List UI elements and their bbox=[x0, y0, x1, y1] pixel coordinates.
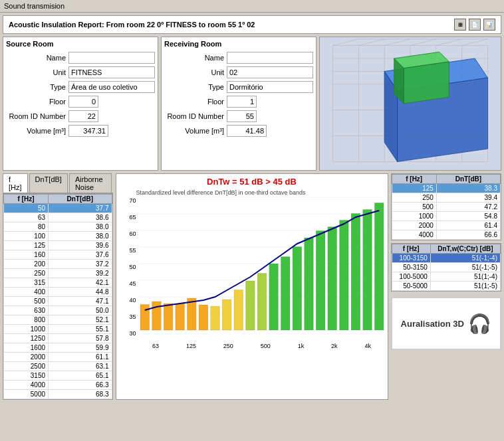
chart-title: DnTw = 51 dB > 45 dB bbox=[116, 174, 388, 189]
freq-cell: 1000 bbox=[4, 325, 49, 334]
recv-unit-input[interactable] bbox=[227, 66, 313, 78]
right-table2-row: 50-500051(1;-5) bbox=[392, 282, 501, 291]
right-table1-row: 12538.3 bbox=[392, 184, 501, 193]
auralisation-label: Auralisation 3D bbox=[401, 319, 464, 329]
dnt-cell: 38.3 bbox=[436, 184, 500, 193]
right-table1-row: 200061.4 bbox=[392, 221, 501, 230]
right-table1-row: 25039.4 bbox=[392, 193, 501, 203]
freq-cell: 1250 bbox=[4, 334, 49, 343]
recv-name-input[interactable] bbox=[227, 52, 313, 64]
dnt-cell: 44.8 bbox=[49, 288, 112, 297]
source-roomid-input[interactable] bbox=[68, 110, 98, 122]
recv-type-input[interactable] bbox=[227, 81, 313, 93]
freq-cell: 250 bbox=[4, 269, 49, 278]
dnt-cell: 50.0 bbox=[49, 306, 112, 315]
dnt-cell: 39.2 bbox=[49, 269, 112, 278]
freq-cell: 500 bbox=[4, 297, 49, 306]
tab-airborne[interactable]: Airborne Noise bbox=[69, 173, 112, 193]
source-floor-input[interactable] bbox=[68, 96, 98, 108]
svg-marker-24 bbox=[404, 62, 449, 104]
dnt-cell: 39.6 bbox=[49, 241, 112, 250]
svg-line-18 bbox=[436, 39, 462, 46]
left-table-row: 500068.3 bbox=[4, 390, 112, 399]
icon-btn-2[interactable]: 📄 bbox=[469, 19, 481, 31]
dnt-cell: 51(1;-4) bbox=[430, 272, 500, 282]
left-table-row: 50047.1 bbox=[4, 297, 112, 306]
left-table-row: 400066.3 bbox=[4, 381, 112, 390]
freq-cell: 2000 bbox=[392, 221, 436, 230]
dnt-cell: 66.6 bbox=[436, 230, 500, 240]
freq-cell: 50 bbox=[4, 204, 49, 213]
source-volume-label: Volume [m³] bbox=[6, 127, 66, 135]
right-section: f [Hz] DnT[dB] 12538.325039.450047.21000… bbox=[391, 173, 502, 400]
dnt-cell: 39.4 bbox=[436, 193, 500, 203]
chart-canvas bbox=[139, 197, 385, 340]
left-table-row: 5037.7 bbox=[4, 204, 112, 213]
recv-unit-label: Unit bbox=[164, 68, 224, 76]
freq-cell: 400 bbox=[4, 288, 49, 297]
freq-cell: 1000 bbox=[392, 212, 436, 221]
left-table-row: 200061.1 bbox=[4, 353, 112, 362]
chart-area: DnTw = 51 dB > 45 dB Standardized level … bbox=[116, 173, 388, 400]
left-table-row: 16037.6 bbox=[4, 250, 112, 260]
receiving-room-title: Receiving Room bbox=[164, 40, 313, 48]
freq-cell: 2000 bbox=[4, 353, 49, 362]
source-unit-input[interactable] bbox=[68, 66, 155, 78]
report-header: Acoustic Insulation Report: From room 22… bbox=[3, 15, 501, 34]
freq-cell: 200 bbox=[4, 260, 49, 269]
recv-volume-label: Volume [m³] bbox=[164, 127, 224, 135]
dnt-cell: 68.3 bbox=[49, 390, 112, 399]
rt2-header-freq: f [Hz] bbox=[392, 244, 430, 254]
source-volume-input[interactable] bbox=[68, 125, 108, 137]
freq-cell: 250 bbox=[392, 193, 436, 203]
recv-floor-input[interactable] bbox=[227, 96, 257, 108]
left-table-row: 12539.6 bbox=[4, 241, 112, 250]
tab-dnt[interactable]: DnT[dB] bbox=[29, 173, 68, 193]
source-type-input[interactable] bbox=[68, 81, 155, 93]
recv-floor-label: Floor bbox=[164, 98, 224, 106]
icon-btn-1[interactable]: ⊞ bbox=[454, 19, 466, 31]
dnt-cell: 63.1 bbox=[49, 362, 112, 371]
tab-fhz[interactable]: f [Hz] bbox=[3, 173, 28, 193]
dnt-cell: 38.0 bbox=[49, 232, 112, 241]
svg-line-17 bbox=[410, 39, 436, 46]
source-roomid-label: Room ID Number bbox=[6, 112, 66, 120]
freq-cell: 800 bbox=[4, 315, 49, 325]
freq-cell: 100-3150 bbox=[392, 254, 430, 263]
bar-chart-container bbox=[139, 197, 385, 341]
source-floor-label: Floor bbox=[6, 98, 66, 106]
dnt-cell: 61.4 bbox=[436, 221, 500, 230]
chart-subtitle: Standardized level difference DnT[dB] in… bbox=[136, 189, 388, 196]
right-table-2: f [Hz] DnT,w(C;Ctr) [dB] 100-315051(-1;-… bbox=[391, 243, 502, 292]
left-table-header-dnt: DnT[dB] bbox=[49, 195, 112, 204]
freq-cell: 5000 bbox=[4, 390, 49, 399]
right-table2-row: 100-315051(-1;-4) bbox=[392, 254, 501, 263]
recv-type-label: Type bbox=[164, 83, 224, 91]
left-table-row: 10038.0 bbox=[4, 232, 112, 241]
recv-name-label: Name bbox=[164, 54, 224, 62]
left-table-header-freq: f [Hz] bbox=[4, 195, 49, 204]
dnt-cell: 37.2 bbox=[49, 260, 112, 269]
source-name-label: Name bbox=[6, 54, 66, 62]
recv-roomid-label: Room ID Number bbox=[164, 112, 224, 120]
recv-volume-input[interactable] bbox=[227, 125, 267, 137]
source-type-label: Type bbox=[6, 83, 66, 91]
report-title: Acoustic Insulation Report: From room 22… bbox=[9, 21, 255, 29]
svg-line-14 bbox=[332, 39, 358, 46]
dnt-cell: 37.7 bbox=[49, 204, 112, 213]
freq-cell: 50-5000 bbox=[392, 282, 430, 291]
icon-btn-3[interactable]: 📊 bbox=[483, 19, 495, 31]
left-table-row: 25039.2 bbox=[4, 269, 112, 278]
auralisation-box[interactable]: Auralisation 3D 🎧 bbox=[391, 297, 502, 350]
dnt-cell: 52.1 bbox=[49, 315, 112, 325]
dnt-cell: 54.8 bbox=[436, 212, 500, 221]
dnt-cell: 42.1 bbox=[49, 278, 112, 288]
source-room-box: Source Room Name Unit Type Floor Room ID… bbox=[3, 37, 158, 171]
left-table-row: 20037.2 bbox=[4, 260, 112, 269]
source-name-input[interactable] bbox=[68, 52, 155, 64]
recv-roomid-input[interactable] bbox=[227, 110, 257, 122]
left-table-row: 8038.0 bbox=[4, 222, 112, 232]
dnt-cell: 37.6 bbox=[49, 250, 112, 260]
freq-cell: 80 bbox=[4, 222, 49, 232]
dnt-cell: 59.9 bbox=[49, 343, 112, 353]
